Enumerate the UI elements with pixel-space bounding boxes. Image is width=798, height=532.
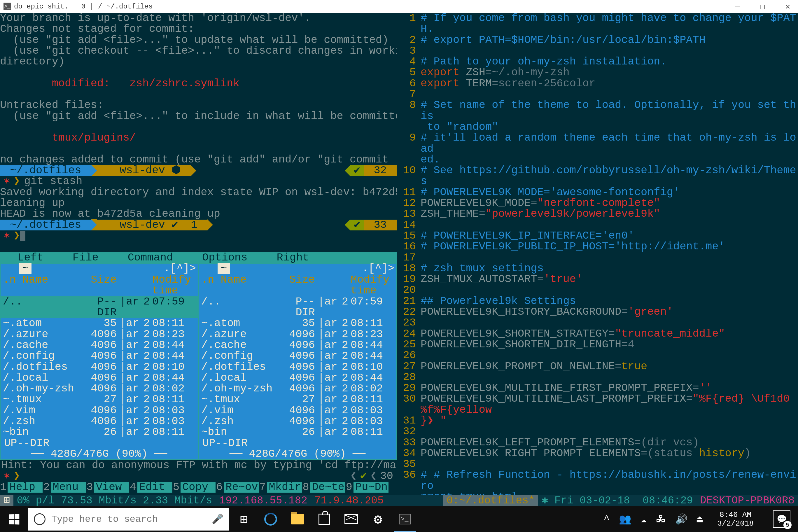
code-line[interactable]: 16# POWERLEVEL9K_PUBLIC_IP_HOST='http://… (397, 241, 798, 252)
mc-subshell-prompt[interactable]: ✶ ❯ ❮ ✔ ❮ 30 (0, 471, 397, 481)
close-button[interactable]: ✕ (781, 1, 795, 12)
code-line[interactable]: 13ZSH_THEME="powerlevel9k/powerlevel9k" (397, 209, 798, 219)
tray-people-icon[interactable]: 👥 (619, 513, 631, 525)
taskbar-app-terminal[interactable]: >_ (392, 506, 418, 532)
start-button[interactable] (0, 506, 28, 532)
code-line[interactable]: 34POWERLEVEL9K_RIGHT_PROMPT_ELEMENTS=(st… (397, 448, 798, 459)
mc-file-row[interactable]: /.vim4096|ar2 08:03 (1, 405, 198, 416)
mc-fkey[interactable]: 6Re~ov (216, 482, 259, 493)
mc-file-row[interactable]: /.azure4096|ar2 08:23 (1, 329, 198, 340)
mc-fkey[interactable]: 9Pu~Dn (346, 482, 388, 493)
code-line[interactable]: 4# Path to your oh-my-zsh installation. (397, 56, 798, 67)
vim-editor[interactable]: 1# If you come from bash you might have … (397, 13, 798, 502)
code-line[interactable]: to "random" (397, 121, 798, 132)
tray-chevron-up-icon[interactable]: ^ (604, 514, 610, 525)
code-line[interactable]: 19ZSH_TMUX_AUTOSTART='true' (397, 274, 798, 285)
mc-file-row[interactable]: ~bin26|ar2 08:11 (1, 427, 198, 437)
mc-menu-item[interactable]: Options (188, 252, 262, 263)
mc-file-row[interactable]: ~.atom35|ar2 08:11 (1, 318, 198, 329)
taskbar-app-explorer[interactable] (284, 506, 311, 532)
mc-fkey[interactable]: 8De~te (303, 482, 345, 493)
code-line[interactable]: 2# export PATH=$HOME/bin:/usr/local/bin:… (397, 35, 798, 45)
mc-file-row[interactable]: /.oh-my-zsh4096|ar2 08:02 (1, 383, 198, 394)
code-line[interactable]: 10# See https://github.com/robbyrussell/… (397, 165, 798, 187)
tmux-window-name[interactable]: 0:~/.dotfiles* (443, 495, 538, 506)
tray-network-icon[interactable]: 🖧 (656, 513, 666, 525)
search-input[interactable]: Type here to search 🎤 (28, 508, 229, 531)
mc-file-row[interactable]: /.config4096|ar2 08:44 (1, 350, 198, 361)
code-line[interactable]: 20 (397, 285, 798, 296)
code-line[interactable]: 5export ZSH=~/.oh-my-zsh (397, 67, 798, 78)
mc-file-row[interactable]: /.local4096|ar2 08:44 (1, 373, 198, 383)
mc-menu[interactable]: LeftFileCommandOptionsRight (0, 252, 397, 263)
command-line[interactable]: ✶ ❯ (0, 230, 397, 241)
mc-file-row[interactable]: /.dotfiles4096|ar2 08:10 (1, 362, 198, 373)
mc-file-row[interactable]: /.config4096|ar2 08:44 (199, 350, 396, 361)
mc-file-row[interactable]: /..P--DIR|ar2 07:59 (1, 296, 198, 318)
code-line[interactable]: 33POWERLEVEL9K_LEFT_PROMPT_ELEMENTS=(dir… (397, 437, 798, 448)
code-line[interactable]: 31}❯ " (397, 415, 798, 426)
code-line[interactable]: 23 (397, 317, 798, 328)
mc-file-row[interactable]: /.vim4096|ar2 08:03 (199, 405, 396, 416)
mc-file-row[interactable]: /..P--DIR|ar2 07:59 (199, 296, 396, 318)
action-center-button[interactable]: 💬 5 (773, 510, 791, 528)
task-view-button[interactable]: ⊞ (230, 506, 257, 532)
tmux-right-pane[interactable]: 1# If you come from bash you might have … (397, 13, 798, 506)
mc-file-row[interactable]: ~.tmux27|ar2 08:11 (199, 394, 396, 405)
code-line[interactable]: ed. (397, 154, 798, 165)
code-line[interactable]: 27POWERLEVEL9K_PROMPT_ON_NEWLINE=true (397, 361, 798, 372)
code-line[interactable]: 21## Powerlevel9k Settings (397, 296, 798, 306)
code-line[interactable]: 28 (397, 372, 798, 383)
taskbar-app-mail[interactable] (338, 506, 365, 532)
mc-menu-item[interactable]: Right (262, 252, 324, 263)
mc-file-row[interactable]: /.cache4096|ar2 08:44 (199, 340, 396, 350)
windows-taskbar[interactable]: Type here to search 🎤 ⊞ ⚙ >_ ^ 👥 ☁ 🖧 🔊 ⏏… (0, 506, 798, 532)
code-line[interactable]: 9# it'll load a random theme each time t… (397, 132, 798, 154)
mc-file-row[interactable]: ~.atom35|ar2 08:11 (199, 318, 396, 329)
taskbar-clock[interactable]: 8:46 AM 3/2/2018 (712, 510, 759, 528)
mc-file-row[interactable]: /.local4096|ar2 08:44 (199, 373, 396, 383)
mc-fkey[interactable]: 2Menu (43, 482, 86, 493)
mc-menu-item[interactable]: Command (113, 252, 188, 263)
code-line[interactable]: 17 (397, 252, 798, 263)
code-line[interactable]: 18# zsh tmux settings (397, 263, 798, 274)
tray-volume-icon[interactable]: 🔊 (675, 513, 687, 525)
code-line[interactable]: 11# POWERLEVEL9K_MODE='awesome-fontconfi… (397, 187, 798, 198)
code-line[interactable]: 6export TERM=screen-256color (397, 78, 798, 89)
maximize-button[interactable]: ❐ (756, 1, 770, 12)
code-line[interactable]: 30POWERLEVEL9K_MULTILINE_LAST_PROMPT_PRE… (397, 394, 798, 415)
mc-file-row[interactable]: /.zsh4096|ar2 08:03 (1, 416, 198, 427)
mc-file-row[interactable]: ~.tmux27|ar2 08:11 (1, 394, 198, 405)
mc-file-row[interactable]: /.zsh4096|ar2 08:03 (199, 416, 396, 427)
mc-panel[interactable]: ~.[^]>|<- ~ ────────────────────.n NameS… (198, 263, 397, 460)
midnight-commander[interactable]: LeftFileCommandOptionsRight ~.[^]>|<- ~ … (0, 252, 397, 493)
mc-fkey[interactable]: 1Help (0, 482, 43, 493)
mc-file-row[interactable]: /.dotfiles4096|ar2 08:10 (199, 362, 396, 373)
code-line[interactable]: 3 (397, 45, 798, 56)
code-line[interactable]: 24POWERLEVEL9K_SHORTEN_STRATEGY="truncat… (397, 328, 798, 339)
code-line[interactable]: 29POWERLEVEL9K_MULTILINE_FIRST_PROMPT_PR… (397, 383, 798, 394)
mc-fkey[interactable]: 5Copy (173, 482, 215, 493)
mc-file-row[interactable]: /.cache4096|ar2 08:44 (1, 340, 198, 350)
code-line[interactable]: 12POWERLEVEL9K_MODE="nerdfont-complete" (397, 198, 798, 209)
code-line[interactable]: 22POWERLEVEL9K_HISTORY_BACKGROUND='green… (397, 306, 798, 317)
taskbar-app-store[interactable] (311, 506, 338, 532)
command-line[interactable]: ✶ ❯ git stash (0, 176, 397, 187)
mc-file-row[interactable]: /.oh-my-zsh4096|ar2 08:02 (199, 383, 396, 394)
taskbar-app-edge[interactable] (257, 506, 284, 532)
mc-fkey[interactable]: 7Mkdir (259, 482, 302, 493)
code-line[interactable]: 26 (397, 350, 798, 361)
minimize-button[interactable]: — (731, 1, 744, 12)
code-line[interactable]: 8# Set name of the theme to load. Option… (397, 100, 798, 121)
mc-menu-item[interactable]: Left (3, 252, 58, 263)
taskbar-app-settings[interactable]: ⚙ (365, 506, 392, 532)
code-line[interactable]: 14 (397, 220, 798, 230)
mc-fkey[interactable]: 4Edit (130, 482, 172, 493)
tmux-left-pane[interactable]: Your branch is up-to-date with 'origin/w… (0, 13, 397, 506)
microphone-icon[interactable]: 🎤 (212, 513, 223, 525)
mc-panel[interactable]: ~.[^]>|<- ~ ────────────────────.n NameS… (0, 263, 198, 460)
code-line[interactable]: 36# # Refresh Function - https://babushk… (397, 470, 798, 492)
mc-file-row[interactable]: /.azure4096|ar2 08:23 (199, 329, 396, 340)
code-line[interactable]: 35 (397, 459, 798, 470)
code-line[interactable]: 25POWERLEVEL9K_SHORTEN_DIR_LENGTH=4 (397, 339, 798, 350)
